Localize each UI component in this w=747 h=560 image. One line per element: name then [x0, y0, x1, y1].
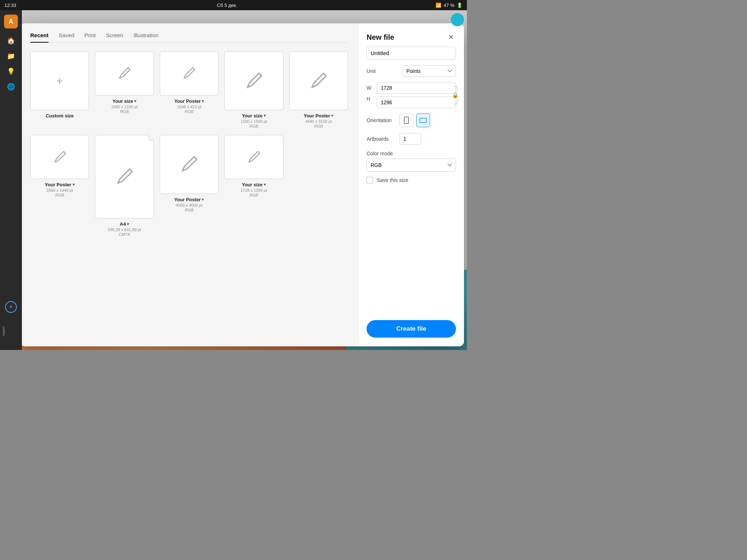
preset-rgb-poster1: RGB: [185, 109, 194, 114]
wh-labels: W H: [367, 82, 374, 102]
preset-thumb-yoursize3: [224, 135, 283, 179]
orientation-portrait[interactable]: [399, 113, 413, 127]
battery-icon: 🔋: [457, 3, 462, 8]
preset-dims-poster4: 4000 x 4000 pt: [176, 203, 202, 207]
preset-your-poster-3[interactable]: Your Poster ▾ 2560 x 1440 pt RGB: [30, 135, 89, 236]
preset-label-yoursize3: Your size ▾: [242, 182, 266, 187]
preset-rgb-poster3: RGB: [55, 193, 64, 197]
tab-print[interactable]: Print: [85, 32, 96, 43]
orientation-label: Orientation: [367, 117, 399, 123]
preset-thumb-poster3: [30, 135, 89, 179]
tabs-bar: Recent Saved Print Screen Illustration: [30, 32, 348, 43]
wh-row: W H 🔒: [367, 82, 456, 108]
orientation-landscape[interactable]: [416, 113, 430, 127]
tab-screen[interactable]: Screen: [106, 32, 123, 43]
preset-thumb-yoursize2: [224, 51, 283, 110]
preset-thumb-poster4: [160, 135, 218, 194]
svg-rect-0: [404, 117, 409, 124]
create-file-button[interactable]: Create file: [367, 320, 456, 338]
plus-icon: +: [56, 75, 63, 87]
unit-control: Points Pixels Inches Centimeters Millime…: [402, 65, 456, 77]
preset-dims-yoursize1: 1680 x 1100 pt: [111, 105, 138, 109]
sidebar: A 🏠 📁 💡 🌐 + Import: [0, 10, 22, 350]
preset-your-poster-2[interactable]: Your Poster ▾ 4440 x 3150 pt RGB: [289, 51, 348, 128]
preset-rgb-a4: CMYK: [119, 232, 130, 237]
preset-rgb-poster2: RGB: [314, 124, 323, 128]
preset-thumb-a4: [95, 135, 154, 218]
sidebar-import-label: Import: [2, 316, 20, 346]
sidebar-item-idea[interactable]: 💡: [5, 66, 17, 77]
close-button[interactable]: ✕: [446, 32, 456, 42]
preset-your-poster-4[interactable]: Your Poster ▾ 4000 x 4000 pt RGB: [160, 135, 218, 236]
tab-illustration[interactable]: Illustration: [133, 32, 158, 43]
preset-label-poster4: Your Poster ▾: [174, 197, 204, 202]
orientation-row: Orientation: [367, 113, 456, 127]
wh-inputs: [377, 82, 456, 108]
unit-label: Unit: [367, 68, 399, 74]
profile-avatar[interactable]: [451, 13, 464, 26]
battery-percent: 47 %: [444, 3, 454, 8]
save-size-checkbox[interactable]: [367, 177, 373, 183]
unit-row: Unit Points Pixels Inches Centimeters Mi…: [367, 65, 456, 77]
status-bar: 12:33 Сб 5 дек. 📶 47 % 🔋: [0, 0, 467, 10]
tab-saved[interactable]: Saved: [59, 32, 74, 43]
new-file-panel: New file ✕ Unit Points Pixels Inches Cen…: [358, 23, 464, 346]
preset-a4[interactable]: A4 ▾ 595,28 x 841,89 pt CMYK: [95, 135, 154, 236]
save-size-row: Save this size: [367, 177, 456, 183]
preset-label-poster3: Your Poster ▾: [45, 182, 75, 187]
preset-label-yoursize2: Your size ▾: [242, 113, 266, 118]
preset-dims-poster2: 4440 x 3150 pt: [305, 119, 332, 124]
presets-grid: + Custom size Your size ▾ 1680 x 1100 pt…: [30, 51, 348, 237]
artboards-input[interactable]: [399, 133, 421, 145]
colormode-select[interactable]: RGB CMYK Grayscale: [367, 159, 456, 172]
preset-rgb-yoursize3: RGB: [249, 193, 258, 197]
sidebar-bottom: + Import: [2, 301, 20, 346]
status-date: Сб 5 дек.: [217, 3, 237, 8]
save-size-label: Save this size: [377, 177, 408, 183]
preset-dims-poster1: 1546 x 423 pt: [177, 105, 201, 109]
app-icon: A: [4, 15, 18, 28]
artboards-row: Artboards: [367, 133, 456, 145]
colormode-label: Color mode: [367, 151, 456, 156]
artboards-label: Artboards: [367, 136, 399, 142]
unit-select[interactable]: Points Pixels Inches Centimeters Millime…: [402, 65, 456, 77]
preset-dims-poster3: 2560 x 1440 pt: [46, 188, 73, 192]
preset-dims-yoursize2: 1500 x 1500 pt: [240, 119, 267, 124]
status-right: 📶 47 % 🔋: [436, 3, 462, 8]
sidebar-item-folder[interactable]: 📁: [5, 50, 17, 62]
tab-recent[interactable]: Recent: [30, 32, 49, 43]
preset-rgb-poster4: RGB: [185, 208, 194, 212]
orientation-buttons: [399, 113, 430, 127]
status-time: 12:33: [4, 3, 16, 8]
background-app: A 🏠 📁 💡 🌐 + Import Recent Saved Print Sc…: [0, 10, 467, 350]
panel-header: New file ✕: [367, 32, 456, 42]
preset-your-size-3[interactable]: Your size ▾ 1728 x 1296 pt RGB: [224, 135, 283, 236]
preset-your-size-1[interactable]: Your size ▾ 1680 x 1100 pt RGB: [95, 51, 154, 128]
preset-label-poster2: Your Poster ▾: [303, 113, 333, 118]
width-input[interactable]: [377, 82, 456, 94]
preset-label-a4: A4 ▾: [120, 221, 129, 227]
sidebar-item-globe[interactable]: 🌐: [5, 81, 17, 93]
file-name-input[interactable]: [367, 47, 456, 59]
preset-label-custom: Custom size: [46, 113, 74, 118]
wifi-icon: 📶: [436, 3, 441, 8]
sidebar-item-home[interactable]: 🏠: [5, 35, 17, 47]
preset-label-yoursize1: Your size ▾: [112, 98, 136, 104]
preset-rgb-yoursize2: RGB: [249, 124, 258, 128]
preset-thumb-custom: +: [30, 51, 89, 110]
sidebar-add-button[interactable]: +: [5, 301, 17, 313]
preset-thumb-poster1: [160, 51, 218, 96]
preset-your-size-2[interactable]: Your size ▾ 1500 x 1500 pt RGB: [224, 51, 283, 128]
preset-dims-a4: 595,28 x 841,89 pt: [108, 228, 141, 232]
panel-title: New file: [367, 33, 394, 42]
preset-label-poster1: Your Poster ▾: [174, 98, 204, 104]
preset-custom-size[interactable]: + Custom size: [30, 51, 89, 128]
preset-rgb-yoursize1: RGB: [120, 109, 129, 114]
preset-your-poster-1[interactable]: Your Poster ▾ 1546 x 423 pt RGB: [160, 51, 218, 128]
width-label: W: [367, 85, 374, 91]
lock-icon[interactable]: 🔒: [452, 86, 459, 104]
preset-dims-yoursize3: 1728 x 1296 pt: [240, 188, 267, 192]
colormode-section: Color mode RGB CMYK Grayscale: [367, 151, 456, 177]
height-input[interactable]: [377, 97, 456, 108]
preset-thumb-poster2: [289, 51, 348, 110]
